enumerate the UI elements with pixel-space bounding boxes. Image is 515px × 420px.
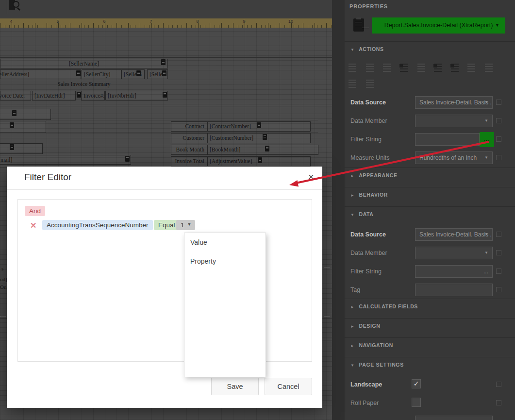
- report-textbox-sellerstate[interactable]: [SellerS: [121, 69, 145, 79]
- save-button[interactable]: Save: [211, 378, 259, 395]
- property-marker[interactable]: [496, 269, 501, 274]
- table-cell-label[interactable]: Book Month: [171, 145, 207, 155]
- field-text: [SellerName]: [69, 61, 99, 67]
- property-marker[interactable]: [496, 232, 501, 237]
- report-label-invoice-date[interactable]: Invoice Date:: [0, 91, 31, 101]
- report-textbox-selleraddress[interactable]: [SellerAddress]: [0, 69, 81, 79]
- condition-field-badge[interactable]: AccountingTransSequenceNumber: [42, 220, 153, 230]
- section-divider: [345, 299, 515, 299]
- data-binding-icon: [257, 122, 261, 128]
- paper-kind-select[interactable]: ▼: [415, 416, 493, 420]
- data-member-select[interactable]: ▼: [415, 115, 493, 127]
- report-textbox-email[interactable]: mail]: [0, 155, 131, 165]
- section-header-calculated-fields[interactable]: ► CALCULATED FIELDS: [350, 303, 418, 309]
- field-value: Sales Invoice-Detail. Basis ...: [419, 231, 493, 238]
- report-textbox-partial[interactable]: [0, 143, 43, 154]
- action-icon-list[interactable]: [366, 80, 374, 88]
- grid-dots: [324, 267, 330, 268]
- action-icon-clipboard[interactable]: [434, 64, 442, 72]
- property-marker[interactable]: [496, 155, 501, 160]
- condition-value-dropdown[interactable]: 1 ▼: [176, 220, 195, 230]
- menu-item-value[interactable]: Value: [184, 233, 266, 252]
- property-marker[interactable]: [496, 287, 501, 292]
- grid-row-line: [0, 120, 318, 120]
- tag-input[interactable]: [415, 284, 493, 296]
- action-icon-list[interactable]: [467, 64, 475, 72]
- table-cell-value[interactable]: [BookMonth]: [207, 145, 318, 155]
- data-binding-icon: [12, 110, 17, 116]
- close-icon[interactable]: ×: [308, 171, 314, 183]
- report-textbox-invdatehdr[interactable]: [InvDateHdr]: [32, 91, 76, 101]
- table-cell-label[interactable]: Customer: [171, 133, 207, 143]
- action-icon-list[interactable]: [366, 64, 374, 72]
- section-label: DATA: [359, 211, 374, 217]
- dialog-title-divider: [7, 189, 322, 190]
- cancel-button[interactable]: Cancel: [265, 378, 312, 395]
- measure-units-select[interactable]: Hundredths of an Inch ▼: [415, 151, 493, 164]
- report-label-summary-title[interactable]: Sales Invoice Summary: [0, 81, 168, 87]
- band-separator: [0, 57, 332, 58]
- ruler-number: 10: [287, 19, 294, 24]
- report-textbox-partial[interactable]: [0, 121, 46, 133]
- property-marker[interactable]: [496, 136, 501, 142]
- property-marker[interactable]: [496, 400, 501, 405]
- section-header-data[interactable]: ▼ DATA: [350, 211, 374, 217]
- ruler-major-ticks: [0, 23, 332, 28]
- preview-zoom-icon[interactable]: [9, 0, 21, 12]
- group-operator-badge[interactable]: And: [25, 206, 45, 216]
- action-icon-grid[interactable]: [485, 64, 493, 72]
- section-divider: [345, 41, 515, 42]
- section-header-navigation[interactable]: ► NAVIGATION: [350, 342, 393, 348]
- property-marker[interactable]: [496, 100, 501, 105]
- section-divider: [345, 206, 515, 207]
- report-selector-dropdown[interactable]: Report.Sales.Invoice-Detail (XtraReport)…: [372, 17, 505, 34]
- landscape-checkbox[interactable]: ✓: [412, 379, 421, 388]
- section-header-design[interactable]: ► DESIGN: [350, 323, 380, 329]
- section-header-page-settings[interactable]: ▼ PAGE SETTINGS: [350, 362, 404, 368]
- table-cell-label[interactable]: Contract: [171, 121, 207, 132]
- report-textbox-partial[interactable]: [0, 109, 51, 120]
- report-textbox-invnbrhdr[interactable]: [InvNbrHdr]: [105, 91, 168, 101]
- grid-dots: [0, 316, 6, 317]
- chevron-down-icon: ▼: [187, 222, 192, 227]
- action-icon-grid[interactable]: [417, 64, 425, 72]
- action-icon-tree[interactable]: [451, 64, 459, 72]
- section-header-actions[interactable]: ▼ ACTIONS: [350, 46, 384, 52]
- data-source-select[interactable]: Sales Invoice-Detail. Basis ... ▼: [415, 96, 493, 109]
- table-cell-value[interactable]: [CustomerNumber]: [207, 133, 311, 143]
- value-type-menu: Value Property: [184, 233, 266, 377]
- section-label: DESIGN: [359, 323, 381, 329]
- action-icon-grid[interactable]: [349, 64, 356, 72]
- table-cell-label[interactable]: Invoice Total: [171, 156, 207, 167]
- chevron-down-icon: ▼: [495, 17, 499, 34]
- action-icon-list[interactable]: [383, 64, 391, 72]
- section-label: APPEARANCE: [359, 172, 398, 178]
- condition-operator-badge[interactable]: Equal: [154, 220, 180, 230]
- section-header-behavior[interactable]: ► BEHAVIOR: [350, 192, 388, 198]
- action-icon-tree[interactable]: [400, 64, 408, 72]
- report-label-invoice-number[interactable]: Invoice#:: [81, 91, 105, 101]
- report-textbox-sellercity[interactable]: [SellerCity]: [82, 69, 121, 79]
- ellipsis-icon[interactable]: ...: [483, 266, 488, 277]
- data-member-select[interactable]: ▼: [415, 247, 493, 259]
- filter-string-input[interactable]: ...: [415, 265, 493, 278]
- section-header-appearance[interactable]: ► APPEARANCE: [350, 172, 398, 178]
- roll-paper-checkbox[interactable]: [412, 398, 421, 407]
- collapsed-triangle-icon: ►: [350, 324, 357, 329]
- section-label: ACTIONS: [359, 46, 383, 52]
- action-icon-grid[interactable]: [349, 80, 356, 88]
- selected-report-label: Report.Sales.Invoice-Detail (XtraReport): [384, 22, 493, 29]
- cell-text: Book Month: [176, 147, 204, 152]
- grid-row-line: [0, 144, 318, 144]
- property-marker[interactable]: [496, 250, 501, 255]
- data-source-select[interactable]: Sales Invoice-Detail. Basis ... ▼: [415, 228, 493, 241]
- property-label: Roll Paper: [350, 397, 379, 409]
- property-marker[interactable]: [496, 118, 501, 123]
- remove-condition-icon[interactable]: ✕: [30, 221, 36, 230]
- filter-string-ellipsis-button[interactable]: ...: [480, 132, 494, 147]
- property-marker[interactable]: [496, 382, 501, 387]
- menu-item-property[interactable]: Property: [184, 252, 266, 271]
- filter-string-input[interactable]: [415, 133, 480, 146]
- ruler-number: 7: [148, 19, 154, 24]
- report-textbox-sellername[interactable]: [SellerName]: [0, 59, 168, 68]
